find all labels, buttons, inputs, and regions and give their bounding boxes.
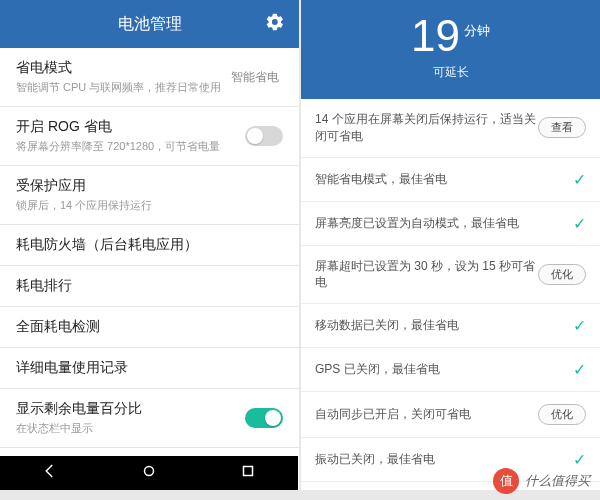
- page-title: 电池管理: [118, 14, 182, 35]
- optimization-text: 移动数据已关闭，最佳省电: [315, 317, 573, 334]
- check-icon: ✓: [573, 316, 586, 335]
- settings-row-1[interactable]: 开启 ROG 省电将屏幕分辨率降至 720*1280，可节省电量: [0, 107, 299, 166]
- svg-rect-1: [244, 467, 253, 476]
- home-icon[interactable]: [140, 462, 158, 484]
- row-subtitle: 将屏幕分辨率降至 720*1280，可节省电量: [16, 139, 245, 154]
- toggle-switch[interactable]: [245, 126, 283, 146]
- row-title: 全面耗电检测: [16, 318, 283, 336]
- optimize-pill-button[interactable]: 优化: [538, 264, 586, 285]
- toggle-switch[interactable]: [245, 408, 283, 428]
- optimization-row-4: 移动数据已关闭，最佳省电✓: [301, 304, 600, 348]
- optimize-pill-button[interactable]: 查看: [538, 117, 586, 138]
- optimization-text: 自动同步已开启，关闭可省电: [315, 406, 538, 423]
- optimization-text: 14 个应用在屏幕关闭后保持运行，适当关闭可省电: [315, 111, 538, 145]
- row-title: 开启 ROG 省电: [16, 118, 245, 136]
- optimization-row-3: 屏幕超时已设置为 30 秒，设为 15 秒可省电优化: [301, 246, 600, 305]
- optimization-row-2: 屏幕亮度已设置为自动模式，最佳省电✓: [301, 202, 600, 246]
- settings-list: 省电模式智能调节 CPU 与联网频率，推荐日常使用智能省电开启 ROG 省电将屏…: [0, 48, 299, 490]
- optimization-text: 振动已关闭，最佳省电: [315, 451, 573, 468]
- android-navbar: [0, 456, 298, 490]
- settings-gear-icon[interactable]: [265, 12, 285, 36]
- svg-point-0: [144, 467, 153, 476]
- settings-row-7[interactable]: 显示剩余电量百分比在状态栏中显示: [0, 389, 299, 448]
- recent-icon[interactable]: [239, 462, 257, 484]
- back-icon[interactable]: [41, 462, 59, 484]
- hero-panel: 19分钟 可延长: [301, 0, 600, 99]
- row-title: 详细电量使用记录: [16, 359, 283, 377]
- optimization-text: 屏幕超时已设置为 30 秒，设为 15 秒可省电: [315, 258, 538, 292]
- settings-row-5[interactable]: 全面耗电检测: [0, 307, 299, 348]
- row-title: 耗电排行: [16, 277, 283, 295]
- settings-row-0[interactable]: 省电模式智能调节 CPU 与联网频率，推荐日常使用智能省电: [0, 48, 299, 107]
- row-subtitle: 智能调节 CPU 与联网频率，推荐日常使用: [16, 80, 231, 95]
- optimization-text: 智能省电模式，最佳省电: [315, 171, 573, 188]
- row-value: 智能省电: [231, 69, 279, 86]
- optimization-row-5: GPS 已关闭，最佳省电✓: [301, 348, 600, 392]
- optimize-pill-button[interactable]: 优化: [538, 404, 586, 425]
- phone-right: 19分钟 可延长 14 个应用在屏幕关闭后保持运行，适当关闭可省电查看智能省电模…: [301, 0, 600, 490]
- check-icon: ✓: [573, 450, 586, 469]
- check-icon: ✓: [573, 214, 586, 233]
- hero-unit: 分钟: [464, 23, 490, 38]
- settings-row-4[interactable]: 耗电排行: [0, 266, 299, 307]
- watermark-badge: 值: [493, 468, 519, 494]
- hero-subtitle: 可延长: [301, 64, 600, 81]
- check-icon: ✓: [573, 170, 586, 189]
- hero-number: 19: [411, 14, 460, 58]
- optimization-row-0: 14 个应用在屏幕关闭后保持运行，适当关闭可省电查看: [301, 99, 600, 158]
- optimization-text: 屏幕亮度已设置为自动模式，最佳省电: [315, 215, 573, 232]
- row-subtitle: 锁屏后，14 个应用保持运行: [16, 198, 283, 213]
- settings-row-3[interactable]: 耗电防火墙（后台耗电应用）: [0, 225, 299, 266]
- optimization-row-6: 自动同步已开启，关闭可省电优化: [301, 392, 600, 438]
- row-subtitle: 在状态栏中显示: [16, 421, 245, 436]
- optimization-list: 14 个应用在屏幕关闭后保持运行，适当关闭可省电查看智能省电模式，最佳省电✓屏幕…: [301, 99, 600, 482]
- phone-left: 电池管理 省电模式智能调节 CPU 与联网频率，推荐日常使用智能省电开启 ROG…: [0, 0, 299, 490]
- row-title: 耗电防火墙（后台耗电应用）: [16, 236, 283, 254]
- header-bar: 电池管理: [0, 0, 299, 48]
- row-title: 省电模式: [16, 59, 231, 77]
- row-title: 受保护应用: [16, 177, 283, 195]
- watermark-text: 什么值得买: [525, 472, 590, 490]
- optimization-row-1: 智能省电模式，最佳省电✓: [301, 158, 600, 202]
- watermark: 值 什么值得买: [493, 468, 590, 494]
- row-title: 显示剩余电量百分比: [16, 400, 245, 418]
- check-icon: ✓: [573, 360, 586, 379]
- settings-row-6[interactable]: 详细电量使用记录: [0, 348, 299, 389]
- settings-row-2[interactable]: 受保护应用锁屏后，14 个应用保持运行: [0, 166, 299, 225]
- optimization-text: GPS 已关闭，最佳省电: [315, 361, 573, 378]
